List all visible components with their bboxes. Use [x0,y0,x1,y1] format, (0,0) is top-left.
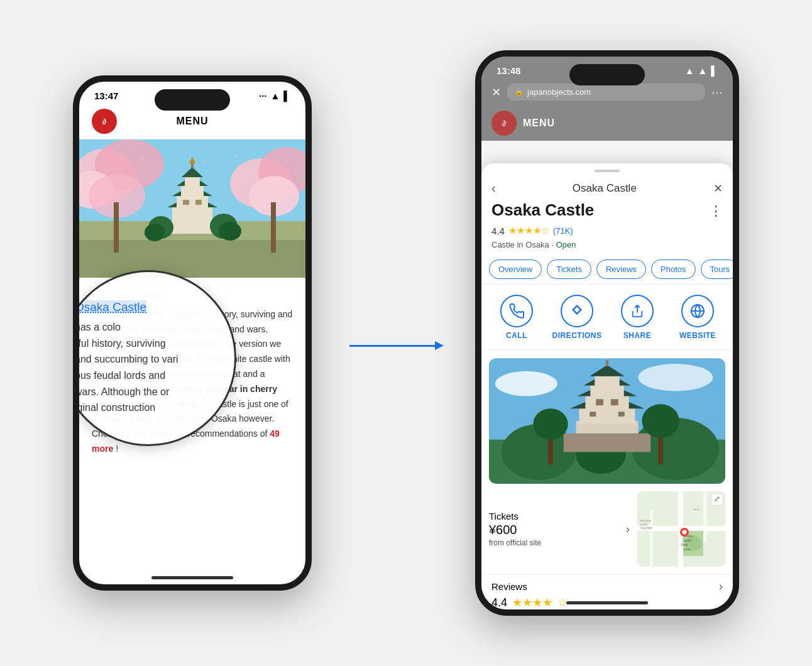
tab-tickets[interactable]: Tickets [547,259,591,279]
menu-label-right[interactable]: MENU [523,117,555,129]
magnify-text-4: ous feudal lords and [75,370,165,381]
svg-text:bruu: bruu [694,508,699,511]
share-label: SHARE [623,331,652,340]
menu-label-left[interactable]: MENU [176,116,208,127]
wifi-icon-right: ▲ [698,65,708,76]
svg-rect-58 [606,360,608,366]
reviews-header: Reviews › [491,580,723,593]
battery-icon-right: ▌ [711,65,718,76]
app-logo-left[interactable]: ∂ [92,109,117,134]
svg-rect-25 [183,200,189,205]
time-left: 13:47 [94,90,118,101]
svg-rect-56 [595,376,620,386]
magnify-text-6: iginal construction [75,402,155,413]
stars: ★★★★☆ [508,225,549,236]
tab-photos[interactable]: Photos [651,259,695,279]
tickets-map-row: Tickets ¥600 from official site › [481,491,733,574]
svg-rect-62 [618,412,625,417]
magnify-content: Osaka Castle has a colo rful history, su… [73,288,234,429]
panel-handle [595,170,620,172]
browser-more-icon[interactable]: ⋯ [711,85,723,99]
browser-close-icon[interactable]: ✕ [491,85,501,99]
castle-photo [489,358,725,484]
share-icon-circle [621,295,654,327]
svg-text:もの宝: もの宝 [640,523,647,526]
reviews-chevron[interactable]: › [719,580,723,593]
svg-rect-9 [114,202,119,253]
directions-button[interactable]: DIRECTIONS [547,295,607,340]
tab-overview[interactable]: Overview [489,259,542,279]
places-panel: ‹ Osaka Castle ✕ Osaka Castle ⋮ 4.4 ★★★★… [481,163,733,609]
svg-rect-19 [181,186,204,197]
svg-rect-71 [703,491,706,542]
svg-point-30 [219,222,241,241]
panel-title: Osaka Castle [573,182,637,195]
map-preview[interactable]: Osaka Castle Park 大阪城 ⤢ Geihinkan もの宝 [637,491,725,567]
action-row: CALL DIRECTIONS [481,285,733,351]
article-exclaim: ! [116,444,118,454]
rating-row: 4.4 ★★★★☆ (71K) [481,222,733,239]
svg-point-64 [533,408,568,439]
tab-reviews[interactable]: Reviews [596,259,646,279]
battery-icon: ▌ [283,90,290,101]
svg-point-33 [185,151,187,153]
svg-rect-54 [590,386,623,398]
right-phone: 13:48 ▲ ▲ ▌ ✕ 🔒 japanobjects.com ⋯ ∂ [475,50,739,616]
svg-rect-13 [271,202,276,253]
more-icon[interactable]: ⋮ [709,200,723,219]
svg-rect-21 [185,177,200,187]
svg-text:∂: ∂ [102,117,106,126]
tickets-price: ¥600 [489,523,541,537]
magnify-text-5: wars. Although the or [75,386,169,397]
place-name-row: Osaka Castle ⋮ [481,200,733,222]
tickets-from: from official site [489,538,541,547]
magnify-text-3: and succumbing to vari [75,354,178,364]
website-button[interactable]: WEBSITE [667,295,728,340]
website-icon-circle [681,295,714,327]
place-name: Osaka Castle [491,200,594,220]
reviews-title: Reviews [491,581,527,592]
svg-rect-50 [579,408,635,424]
close-button[interactable]: ✕ [713,182,723,195]
tabs-row: Overview Tickets Reviews Photos Tours [481,254,733,285]
magnify-title: Osaka Castle [75,300,146,314]
place-type: Castle in Osaka · Open [481,239,733,254]
panel-nav: ‹ Osaka Castle ✕ [481,178,733,200]
svg-point-43 [638,364,713,391]
back-button[interactable]: ‹ [491,181,496,195]
app-header-right-bg: ∂ MENU [481,106,733,141]
tickets-title: Tickets [489,511,541,521]
call-button[interactable]: CALL [486,295,547,340]
left-phone: 13:47 ··· ▲ ▌ ∂ MENU [73,75,312,591]
call-label: CALL [506,331,527,340]
share-button[interactable]: SHARE [607,295,667,340]
svg-rect-61 [590,412,596,417]
svg-text:∂: ∂ [502,119,506,128]
svg-rect-59 [596,399,603,405]
magnify-text-1: has a colo [75,322,121,332]
svg-rect-60 [611,399,618,405]
svg-rect-17 [177,196,208,209]
magnify-body: has a colo rful history, surviving and s… [75,319,222,416]
svg-point-32 [235,154,238,156]
svg-rect-15 [172,207,212,223]
place-type-text: Castle in Osaka [491,240,549,249]
tab-tours[interactable]: Tours [701,259,733,279]
dot-separator: · [551,240,556,249]
svg-text:大阪城: 大阪城 [683,548,690,551]
wifi-icon: ▲ [271,90,280,101]
browser-url-bar[interactable]: 🔒 japanobjects.com [507,84,705,101]
svg-point-66 [642,404,679,437]
svg-text:大阪迎賓館: 大阪迎賓館 [640,527,652,530]
app-logo-right[interactable]: ∂ [491,111,517,136]
svg-point-42 [495,371,557,396]
tickets-chevron[interactable]: › [626,523,630,536]
tickets-info: Tickets ¥600 from official site [489,511,541,547]
svg-rect-26 [195,200,202,205]
svg-text:Park: Park [681,543,688,547]
directions-icon-circle [561,295,593,327]
svg-point-79 [683,530,687,535]
arrow-connector [349,345,437,347]
review-count[interactable]: (71K) [553,226,573,236]
reviews-rating-num: 4.4 [491,596,507,609]
